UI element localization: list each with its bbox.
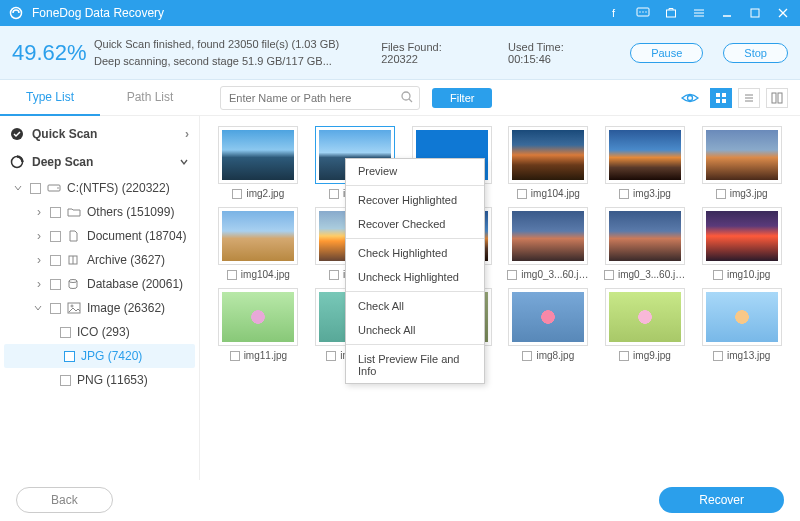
cm-list-info[interactable]: List Preview File and Info — [346, 347, 484, 383]
thumb-frame[interactable] — [702, 207, 782, 265]
sidebar-ico[interactable]: ICO (293) — [0, 320, 199, 344]
thumb-frame[interactable] — [702, 126, 782, 184]
search-input[interactable] — [220, 86, 420, 110]
thumb-frame[interactable] — [218, 207, 298, 265]
thumb-item[interactable]: img10.jpg — [697, 207, 786, 280]
checkbox[interactable] — [329, 270, 339, 280]
progress-bar: 49.62% Quick Scan finished, found 23050 … — [0, 26, 800, 80]
sidebar-others[interactable]: › Others (151099) — [0, 200, 199, 224]
minimize-icon[interactable] — [718, 4, 736, 22]
checkbox[interactable] — [230, 351, 240, 361]
thumb-frame[interactable] — [702, 288, 782, 346]
view-grid-icon[interactable] — [710, 88, 732, 108]
back-button[interactable]: Back — [16, 487, 113, 513]
thumb-image — [512, 211, 584, 261]
checkbox[interactable] — [50, 279, 61, 290]
sidebar-document[interactable]: › Document (18704) — [0, 224, 199, 248]
thumb-frame[interactable] — [508, 288, 588, 346]
sidebar-archive[interactable]: › Archive (3627) — [0, 248, 199, 272]
footer: Back Recover — [0, 480, 800, 520]
checkbox[interactable] — [60, 327, 71, 338]
thumb-item[interactable]: img9.jpg — [601, 288, 690, 361]
pause-button[interactable]: Pause — [630, 43, 703, 63]
app-title: FoneDog Data Recovery — [32, 6, 606, 20]
stop-button[interactable]: Stop — [723, 43, 788, 63]
checkbox[interactable] — [517, 189, 527, 199]
thumb-item[interactable]: img13.jpg — [697, 288, 786, 361]
view-list-icon[interactable] — [738, 88, 760, 108]
sidebar-deep-scan[interactable]: Deep Scan — [0, 148, 199, 176]
image-icon — [67, 302, 81, 314]
checkbox[interactable] — [522, 351, 532, 361]
cm-recover-highlighted[interactable]: Recover Highlighted — [346, 188, 484, 212]
maximize-icon[interactable] — [746, 4, 764, 22]
thumb-frame[interactable] — [605, 207, 685, 265]
thumb-frame[interactable] — [508, 126, 588, 184]
share-facebook-icon[interactable]: f — [606, 4, 624, 22]
thumb-item[interactable]: img2.jpg — [214, 126, 303, 199]
thumb-label: img3.jpg — [619, 188, 671, 199]
thumb-frame[interactable] — [508, 207, 588, 265]
checkbox[interactable] — [30, 183, 41, 194]
recover-button[interactable]: Recover — [659, 487, 784, 513]
checkbox[interactable] — [64, 351, 75, 362]
checkbox[interactable] — [232, 189, 242, 199]
thumb-frame[interactable] — [218, 126, 298, 184]
view-detail-icon[interactable] — [766, 88, 788, 108]
thumb-item[interactable]: img104.jpg — [214, 207, 303, 280]
others-label: Others (151099) — [87, 205, 174, 219]
thumb-frame[interactable] — [605, 126, 685, 184]
thumb-item[interactable]: img11.jpg — [214, 288, 303, 361]
checkbox[interactable] — [713, 351, 723, 361]
checkbox[interactable] — [50, 207, 61, 218]
filter-button[interactable]: Filter — [432, 88, 492, 108]
checkbox[interactable] — [50, 231, 61, 242]
checkbox[interactable] — [50, 255, 61, 266]
thumb-label: img104.jpg — [517, 188, 580, 199]
preview-toggle-icon[interactable] — [680, 91, 700, 105]
thumb-image — [512, 130, 584, 180]
cm-check-highlighted[interactable]: Check Highlighted — [346, 241, 484, 265]
cm-recover-checked[interactable]: Recover Checked — [346, 212, 484, 236]
checkbox[interactable] — [619, 351, 629, 361]
checkbox[interactable] — [326, 351, 336, 361]
thumb-frame[interactable] — [218, 288, 298, 346]
thumb-label: img10.jpg — [713, 269, 770, 280]
thumb-item[interactable]: img3.jpg — [697, 126, 786, 199]
sidebar-jpg[interactable]: JPG (7420) — [4, 344, 195, 368]
checkbox[interactable] — [604, 270, 614, 280]
chevron-down-icon — [14, 184, 24, 192]
search-icon[interactable] — [400, 90, 414, 104]
thumb-item[interactable]: img104.jpg — [504, 126, 593, 199]
cm-check-all[interactable]: Check All — [346, 294, 484, 318]
checkbox[interactable] — [50, 303, 61, 314]
sidebar-drive[interactable]: C:(NTFS) (220322) — [0, 176, 199, 200]
checkbox[interactable] — [60, 375, 71, 386]
cm-uncheck-highlighted[interactable]: Uncheck Highlighted — [346, 265, 484, 289]
thumb-item[interactable]: img0_3...60.jpg — [504, 207, 593, 280]
sidebar-database[interactable]: › Database (20061) — [0, 272, 199, 296]
checkbox[interactable] — [713, 270, 723, 280]
tab-path-list[interactable]: Path List — [100, 80, 200, 116]
chevron-right-icon: › — [185, 127, 189, 141]
cm-preview[interactable]: Preview — [346, 159, 484, 183]
close-icon[interactable] — [774, 4, 792, 22]
sidebar-png[interactable]: PNG (11653) — [0, 368, 199, 392]
sidebar-image[interactable]: Image (26362) — [0, 296, 199, 320]
thumb-item[interactable]: img0_3...60.jpg — [601, 207, 690, 280]
store-icon[interactable] — [662, 4, 680, 22]
checkbox[interactable] — [329, 189, 339, 199]
checkbox[interactable] — [619, 189, 629, 199]
thumb-frame[interactable] — [605, 288, 685, 346]
feedback-icon[interactable] — [634, 4, 652, 22]
menu-icon[interactable] — [690, 4, 708, 22]
checkbox[interactable] — [227, 270, 237, 280]
checkbox[interactable] — [716, 189, 726, 199]
thumb-item[interactable]: img8.jpg — [504, 288, 593, 361]
database-icon — [67, 278, 81, 290]
thumb-item[interactable]: img3.jpg — [601, 126, 690, 199]
checkbox[interactable] — [507, 270, 517, 280]
cm-uncheck-all[interactable]: Uncheck All — [346, 318, 484, 342]
sidebar-quick-scan[interactable]: Quick Scan › — [0, 120, 199, 148]
tab-type-list[interactable]: Type List — [0, 80, 100, 116]
